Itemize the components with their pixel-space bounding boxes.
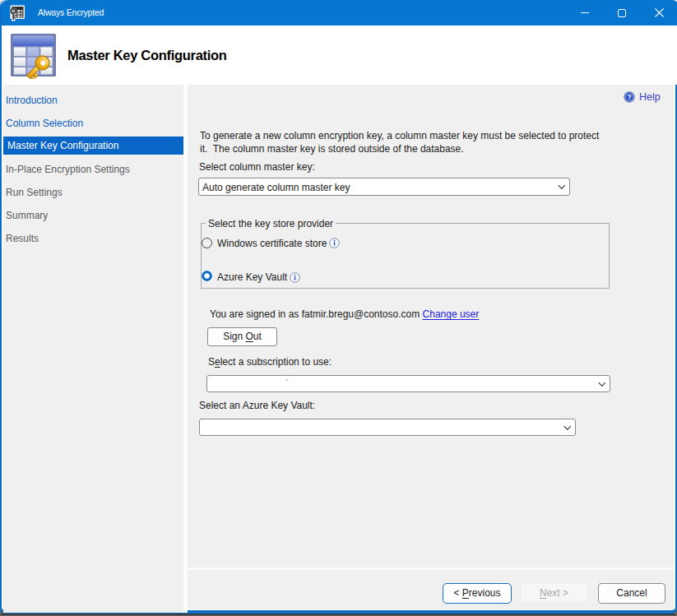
svg-text:?: ? — [627, 93, 631, 101]
